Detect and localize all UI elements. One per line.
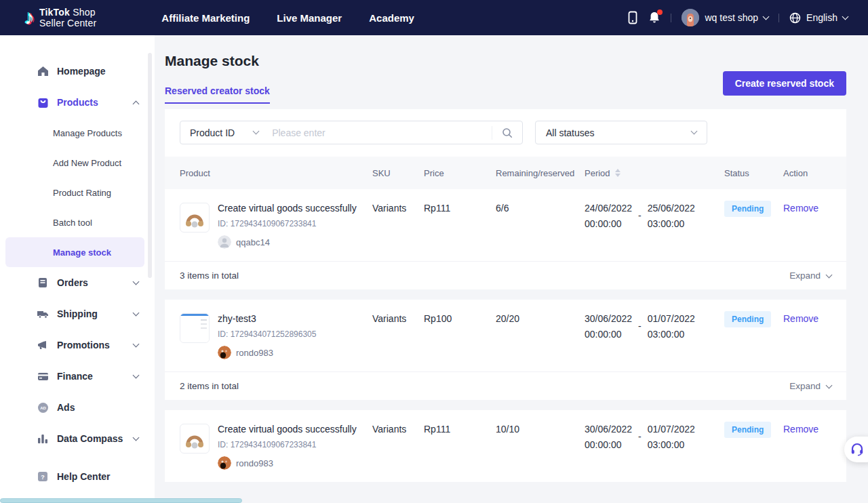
page-title: Manage stock: [165, 53, 846, 69]
sidebar-item-products[interactable]: Products: [0, 87, 155, 118]
period-start: 30/06/2022 00:00:00: [585, 424, 632, 450]
sidebar-item-help-center[interactable]: ? Help Center: [0, 461, 155, 492]
navbar-divider: [671, 14, 671, 22]
search-input[interactable]: [268, 127, 492, 138]
sidebar-item-orders[interactable]: Orders: [0, 267, 155, 298]
end-date: 01/07/2022: [648, 424, 695, 435]
end-time: 03:00:00: [648, 439, 695, 450]
items-total: 3 items in total: [180, 270, 239, 281]
search-type-value: Product ID: [190, 127, 235, 138]
creator-avatar: [218, 456, 231, 470]
sidebar-item-ads[interactable]: AD Ads: [0, 392, 155, 423]
globe-icon: [789, 12, 801, 24]
sidebar-label: Homepage: [57, 66, 106, 77]
logo-subtitle: Seller Center: [39, 18, 96, 28]
product-info: zhy-test3 ID: 1729434071252896305 rondo9…: [218, 313, 316, 359]
table-row: zhy-test3 ID: 1729434071252896305 rondo9…: [165, 300, 846, 371]
chevron-down-icon: [133, 434, 140, 441]
product-title[interactable]: zhy-test3: [218, 313, 316, 324]
sku-cell: Variants: [372, 424, 424, 435]
mobile-app-icon[interactable]: [627, 11, 638, 24]
expand-button[interactable]: Expand: [789, 270, 831, 281]
sidebar-item-manage-stock[interactable]: Manage stock: [5, 237, 144, 267]
headset-icon: [850, 443, 864, 456]
notification-bell-icon[interactable]: [648, 11, 660, 24]
sidebar-item-homepage[interactable]: Homepage: [0, 56, 155, 87]
table-row: Create virtual goods successfully ID: 17…: [165, 189, 846, 261]
data-compass-chart-icon: [37, 432, 49, 445]
search-button[interactable]: [492, 126, 522, 140]
nav-link-live-manager[interactable]: Live Manager: [277, 12, 342, 24]
tiktok-seller-center-logo[interactable]: ♪ TikTok Shop Seller Center: [24, 7, 96, 28]
end-time: 03:00:00: [648, 218, 695, 229]
group-footer: 2 items in total Expand: [165, 371, 846, 400]
navbar-divider: [778, 14, 779, 22]
tab-reserved-creator-stock[interactable]: Reserved creator stock: [165, 85, 270, 104]
period-start: 24/06/2022 00:00:00: [585, 203, 632, 229]
remove-button[interactable]: Remove: [783, 424, 846, 435]
status-filter-dropdown[interactable]: All statuses: [535, 121, 707, 144]
status-badge: Pending: [724, 422, 771, 438]
navbar-links: Affiliate Marketing Live Manager Academy: [161, 12, 414, 24]
svg-text:?: ?: [41, 474, 45, 481]
period-end: 01/07/2022 03:00:00: [648, 424, 695, 450]
nav-link-academy[interactable]: Academy: [369, 12, 414, 24]
status-badge: Pending: [724, 201, 771, 217]
product-id: ID: 1729434071252896305: [218, 329, 316, 339]
chevron-down-icon: [253, 128, 260, 135]
sidebar-item-batch-tool[interactable]: Batch tool: [0, 207, 155, 237]
shop-name: wq test shop: [705, 12, 758, 23]
main-content: Manage stock Create reserved stock Reser…: [155, 35, 868, 503]
product-title[interactable]: Create virtual goods successfully: [218, 424, 357, 435]
sort-icon[interactable]: [615, 169, 620, 177]
chevron-down-icon: [133, 340, 140, 347]
stock-table-card: Create virtual goods successfully ID: 17…: [165, 410, 846, 482]
sidebar-item-manage-products[interactable]: Manage Products: [0, 118, 155, 148]
price-cell: Rp111: [424, 203, 496, 214]
period-start: 30/06/2022 00:00:00: [585, 313, 632, 340]
sidebar-item-finance[interactable]: Finance: [0, 361, 155, 392]
start-date: 24/06/2022: [585, 203, 632, 214]
horizontal-scrollbar[interactable]: [0, 498, 242, 503]
ads-circle-icon: AD: [37, 401, 49, 414]
expand-button[interactable]: Expand: [789, 381, 831, 391]
table-row: Create virtual goods successfully ID: 17…: [165, 410, 846, 482]
stock-table-card: zhy-test3 ID: 1729434071252896305 rondo9…: [165, 300, 846, 400]
create-reserved-stock-button[interactable]: Create reserved stock: [723, 71, 846, 96]
logo-brand: TikTok: [39, 7, 70, 18]
help-support-fab[interactable]: [844, 437, 868, 462]
chevron-down-icon: [842, 13, 849, 20]
chevron-down-icon: [763, 13, 770, 20]
end-time: 03:00:00: [648, 329, 695, 340]
sidebar-item-promotions[interactable]: Promotions: [0, 329, 155, 361]
sidebar-item-product-rating[interactable]: Product Rating: [0, 178, 155, 207]
period-separator: -: [638, 321, 642, 340]
price-cell: Rp100: [424, 313, 496, 324]
product-image-headphones: [180, 424, 210, 454]
nav-link-affiliate-marketing[interactable]: Affiliate Marketing: [161, 12, 250, 24]
expand-label: Expand: [789, 381, 821, 391]
column-header-product: Product: [165, 168, 372, 178]
creator-name: rondo983: [236, 348, 273, 358]
tiktok-note-icon: ♪: [24, 7, 35, 28]
sidebar-item-shipping[interactable]: Shipping: [0, 298, 155, 329]
sidebar-label: Finance: [57, 371, 93, 382]
sidebar-item-add-new-product[interactable]: Add New Product: [0, 148, 155, 178]
remove-button[interactable]: Remove: [783, 313, 846, 324]
search-type-dropdown[interactable]: Product ID: [180, 127, 268, 138]
creator-name: qqabc14: [236, 237, 270, 247]
products-bag-icon: [37, 96, 49, 108]
product-title[interactable]: Create virtual goods successfully: [218, 203, 357, 214]
language-selector[interactable]: English: [789, 12, 848, 24]
sidebar-scrollbar[interactable]: [148, 53, 152, 278]
sidebar-item-data-compass[interactable]: Data Compass: [0, 423, 155, 454]
remove-button[interactable]: Remove: [783, 203, 846, 214]
start-date: 30/06/2022: [585, 424, 632, 435]
period-cell: 30/06/2022 00:00:00 - 01/07/2022 03:00:0…: [585, 313, 724, 340]
shop-account-menu[interactable]: wq test shop: [682, 9, 768, 26]
sidebar: Homepage Products Manage Products Add Ne…: [0, 35, 155, 503]
creator-avatar: [218, 235, 231, 249]
chevron-down-icon: [826, 272, 833, 279]
search-icon: [502, 127, 513, 138]
period-end: 01/07/2022 03:00:00: [648, 313, 695, 340]
